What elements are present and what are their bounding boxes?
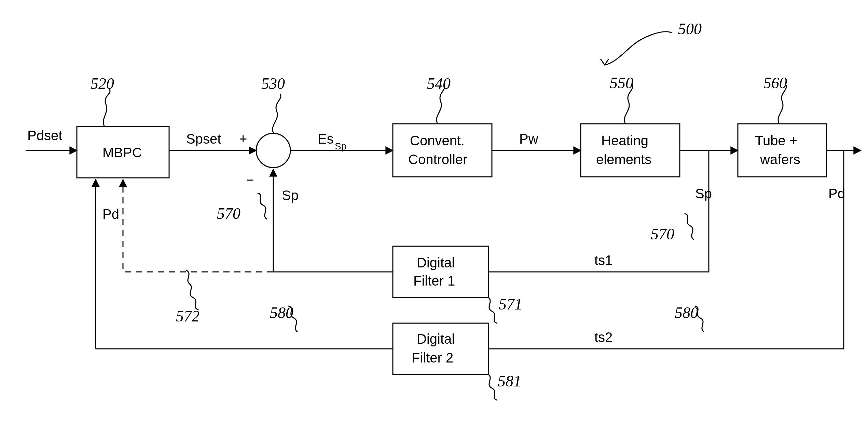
tw-l1: Tube + — [755, 133, 797, 148]
ref-580-left: 580 — [270, 304, 293, 321]
heating-block: Heating elements 550 — [581, 74, 680, 177]
ref-560: 560 — [763, 74, 787, 92]
pd-feedback-path: Pd ts2 580 Pd 580 — [96, 150, 845, 349]
ref-581: 581 — [498, 372, 521, 390]
ref-550: 550 — [610, 74, 633, 92]
sum-minus: − — [246, 172, 254, 187]
df2-l2: Filter 2 — [412, 350, 453, 365]
df1-block: Digital Filter 1 571 — [393, 246, 522, 323]
signal-sp-right: Sp — [695, 186, 712, 201]
conv-l2: Controller — [408, 152, 467, 167]
signal-ts1: ts1 — [594, 253, 612, 268]
signal-es-sub: Sp — [335, 141, 346, 151]
conv-controller-block: Convent. Controller 540 — [393, 75, 492, 177]
mbpc-block: MBPC 520 — [77, 75, 169, 178]
tw-l2: wafers — [760, 152, 800, 167]
signal-sp-left: Sp — [282, 188, 299, 203]
ref-580-right: 580 — [675, 304, 698, 321]
pdset-arrow: Pdset — [26, 128, 77, 150]
tube-wafers-block: Tube + wafers 560 — [738, 74, 827, 177]
sp-feedback-path: Sp 570 ts1 Sp 570 — [217, 150, 712, 272]
svg-rect-11 — [393, 246, 488, 298]
df2-l1: Digital — [417, 331, 455, 346]
ref-570-left: 570 — [217, 205, 240, 222]
svg-rect-7 — [581, 124, 680, 177]
signal-pd-out: Pd — [828, 186, 845, 201]
mbpc-label: MBPC — [102, 145, 142, 160]
block-diagram: 500 Pdset MBPC 520 Spset + − 530 Es Sp C… — [0, 0, 868, 422]
svg-rect-5 — [393, 124, 492, 177]
signal-es: Es — [318, 131, 334, 146]
ref-520: 520 — [91, 75, 114, 92]
df1-l2: Filter 1 — [413, 273, 455, 288]
pw-arrow: Pw — [492, 131, 581, 150]
heat-l2: elements — [596, 152, 651, 167]
ref-540: 540 — [427, 75, 451, 92]
signal-pdset: Pdset — [27, 128, 62, 143]
conv-l1: Convent. — [410, 133, 465, 148]
sum-plus: + — [239, 131, 247, 146]
ref-571: 571 — [499, 295, 522, 313]
ref-530: 530 — [261, 75, 285, 92]
svg-point-3 — [256, 133, 290, 168]
svg-rect-12 — [393, 323, 488, 374]
signal-spset: Spset — [186, 131, 221, 146]
heat-l1: Heating — [601, 133, 648, 148]
df2-block: Digital Filter 2 581 — [393, 323, 521, 400]
signal-ts2: ts2 — [594, 330, 612, 345]
df1-l1: Digital — [417, 255, 455, 270]
sum-junction: + − 530 Es Sp — [239, 75, 393, 187]
sp-to-mbpc-dashed: 572 — [123, 180, 273, 325]
ref-570-right: 570 — [651, 225, 674, 243]
ref-500: 500 — [678, 20, 702, 38]
svg-rect-9 — [738, 124, 827, 177]
signal-pd-fb: Pd — [102, 207, 119, 222]
overall-ref: 500 — [601, 20, 702, 65]
ref-572: 572 — [176, 307, 199, 325]
signal-pw: Pw — [519, 131, 538, 146]
